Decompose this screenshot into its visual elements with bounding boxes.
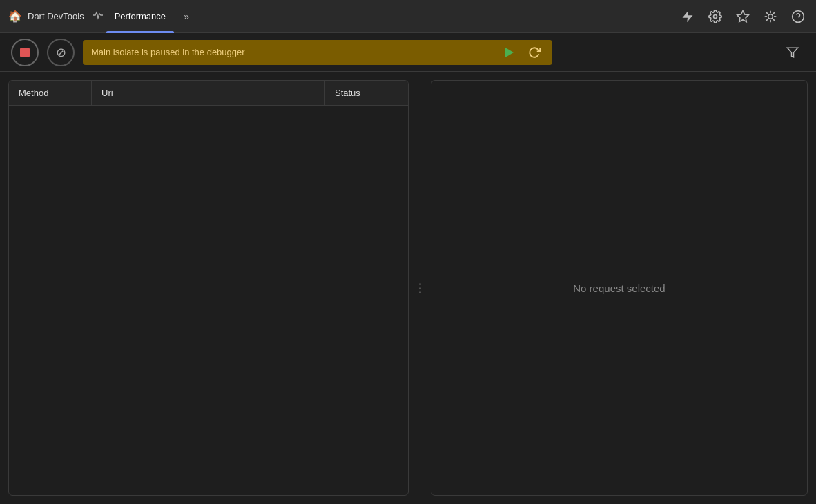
status-message: Main isolate is paused in the debugger — [91, 47, 494, 57]
nav-tabs: Performance — [106, 0, 174, 33]
toolbar: ⊘ Main isolate is paused in the debugger — [0, 33, 816, 72]
debug-icon-button[interactable] — [758, 4, 783, 29]
svg-line-7 — [773, 19, 775, 20]
tab-performance-label: Performance — [115, 11, 166, 21]
svg-point-0 — [714, 14, 717, 18]
pulse-icon — [93, 10, 104, 23]
lightning-icon-button[interactable] — [675, 4, 700, 29]
nav-left: 🏠 Dart DevTools Performance » — [6, 0, 675, 33]
tab-performance[interactable]: Performance — [106, 0, 174, 33]
record-button[interactable] — [11, 39, 39, 66]
more-tabs-button[interactable]: » — [177, 7, 196, 26]
svg-line-6 — [766, 19, 768, 20]
splitter-dot-3 — [419, 291, 421, 293]
step-over-button[interactable] — [525, 43, 544, 62]
top-navigation: 🏠 Dart DevTools Performance » — [0, 0, 816, 33]
nav-right — [675, 4, 810, 29]
status-column-header: Status — [325, 81, 408, 105]
no-selection-message: No request selected — [573, 282, 665, 294]
splitter-dot-2 — [419, 287, 421, 289]
filter-button[interactable] — [780, 40, 805, 65]
resume-button[interactable] — [500, 43, 519, 62]
requests-table-panel: Method Uri Status — [8, 80, 409, 496]
app-name: Dart DevTools — [28, 11, 84, 21]
main-content: Method Uri Status No request selected — [0, 72, 816, 504]
svg-marker-12 — [788, 48, 798, 57]
home-icon[interactable]: 🏠 — [6, 7, 25, 26]
request-detail-panel: No request selected — [431, 80, 808, 496]
splitter-dot-1 — [419, 283, 421, 285]
settings-icon-button[interactable] — [703, 4, 728, 29]
play-icon — [505, 48, 514, 57]
table-header: Method Uri Status — [9, 81, 408, 106]
svg-point-1 — [768, 14, 773, 19]
cancel-button[interactable]: ⊘ — [47, 39, 75, 66]
panel-splitter[interactable] — [417, 80, 422, 496]
cancel-icon: ⊘ — [56, 45, 66, 60]
record-icon — [20, 48, 30, 57]
svg-line-2 — [766, 12, 768, 14]
extension-icon-button[interactable] — [730, 4, 755, 29]
table-body[interactable] — [9, 106, 408, 495]
svg-line-3 — [773, 12, 775, 14]
help-icon-button[interactable] — [786, 4, 810, 29]
splitter-handle — [419, 283, 421, 293]
status-banner: Main isolate is paused in the debugger — [83, 40, 552, 65]
uri-column-header: Uri — [92, 81, 325, 105]
method-column-header: Method — [9, 81, 92, 105]
